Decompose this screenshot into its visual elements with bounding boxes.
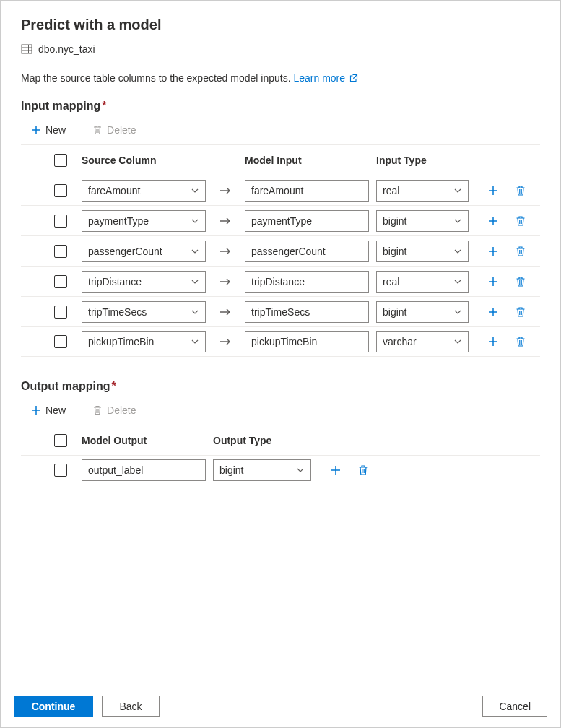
continue-button[interactable]: Continue: [14, 696, 93, 717]
row-add-button[interactable]: [486, 334, 500, 349]
input-table-row: paymentTypepaymentTypebigint: [21, 205, 540, 235]
output-new-button[interactable]: New: [28, 403, 69, 417]
required-indicator: *: [112, 380, 116, 392]
external-link-icon: [349, 74, 358, 82]
input-new-button[interactable]: New: [28, 123, 69, 137]
row-checkbox[interactable]: [54, 184, 67, 197]
input-type-dropdown[interactable]: bigint: [376, 301, 469, 323]
cancel-button[interactable]: Cancel: [482, 696, 547, 717]
trash-icon: [515, 276, 526, 287]
predict-model-panel: Predict with a model dbo.nyc_taxi Map th…: [0, 0, 561, 728]
row-checkbox[interactable]: [54, 335, 67, 348]
model-input-field[interactable]: tripTimeSecs: [245, 301, 369, 323]
chevron-down-icon: [453, 217, 462, 225]
back-button[interactable]: Back: [102, 696, 160, 717]
source-column-dropdown[interactable]: fareAmount: [82, 180, 206, 202]
input-mapping-heading: Input mapping*: [21, 100, 540, 113]
input-type-dropdown[interactable]: varchar: [376, 331, 469, 352]
chevron-down-icon: [191, 217, 199, 225]
model-input-field[interactable]: passengerCount: [245, 240, 369, 262]
row-add-button[interactable]: [486, 305, 500, 319]
input-type-dropdown[interactable]: bigint: [376, 240, 469, 262]
row-add-button[interactable]: [486, 244, 500, 259]
input-type-dropdown[interactable]: bigint: [376, 210, 469, 232]
output-type-value: bigint: [219, 464, 243, 476]
source-table-name: dbo.nyc_taxi: [38, 43, 95, 55]
source-column-dropdown[interactable]: tripTimeSecs: [82, 301, 206, 323]
arrow-right-icon: [219, 216, 232, 226]
row-add-button[interactable]: [329, 463, 343, 477]
model-input-field[interactable]: pickupTimeBin: [245, 331, 369, 352]
description-text: Map the source table columns to the expe…: [21, 72, 291, 84]
plus-icon: [487, 336, 499, 347]
output-new-label: New: [45, 404, 66, 416]
plus-icon: [31, 405, 41, 415]
input-type-dropdown[interactable]: real: [376, 180, 469, 202]
row-checkbox[interactable]: [54, 214, 67, 228]
input-table-header: Source Column Model Input Input Type: [21, 144, 540, 175]
input-header-input-type: Input Type: [376, 155, 469, 166]
output-delete-button[interactable]: Delete: [90, 403, 139, 417]
chevron-down-icon: [191, 277, 199, 286]
row-checkbox[interactable]: [54, 245, 67, 258]
output-type-dropdown[interactable]: bigint: [213, 459, 311, 481]
row-checkbox[interactable]: [54, 464, 67, 477]
output-select-all-checkbox[interactable]: [54, 434, 67, 447]
row-checkbox[interactable]: [54, 275, 67, 288]
input-delete-button[interactable]: Delete: [90, 123, 139, 137]
source-column-value: fareAmount: [88, 185, 140, 196]
trash-icon: [515, 185, 526, 196]
model-input-field[interactable]: tripDistance: [245, 271, 369, 292]
output-table-header: Model Output Output Type: [21, 425, 540, 455]
learn-more-link[interactable]: Learn more: [293, 72, 357, 84]
model-output-field[interactable]: output_label: [82, 459, 206, 481]
plus-icon: [487, 215, 499, 227]
source-column-dropdown[interactable]: paymentType: [82, 210, 206, 232]
model-output-value: output_label: [88, 464, 143, 476]
trash-icon: [515, 306, 526, 318]
output-mapping-toolbar: New Delete: [21, 399, 540, 425]
input-table-row: passengerCountpassengerCountbigint: [21, 235, 540, 266]
svg-rect-0: [22, 45, 32, 53]
learn-more-label: Learn more: [293, 72, 345, 84]
arrow-right-icon: [219, 186, 232, 196]
row-checkbox[interactable]: [54, 306, 67, 318]
trash-icon: [92, 125, 103, 135]
source-column-dropdown[interactable]: pickupTimeBin: [82, 331, 206, 352]
output-table-body: output_labelbigint: [21, 455, 540, 485]
input-type-dropdown[interactable]: real: [376, 271, 469, 292]
input-table-body: fareAmountfareAmountrealpaymentTypepayme…: [21, 175, 540, 357]
model-input-value: tripTimeSecs: [251, 306, 310, 318]
trash-icon: [92, 405, 103, 415]
chevron-down-icon: [453, 247, 462, 256]
row-delete-button[interactable]: [513, 183, 528, 198]
input-mapping-toolbar: New Delete: [21, 118, 540, 144]
input-new-label: New: [45, 124, 66, 136]
row-add-button[interactable]: [486, 274, 500, 289]
row-delete-button[interactable]: [513, 244, 528, 259]
source-column-dropdown[interactable]: passengerCount: [82, 240, 206, 262]
input-delete-label: Delete: [107, 124, 136, 136]
trash-icon: [515, 246, 526, 257]
input-select-all-checkbox[interactable]: [54, 154, 67, 167]
input-type-value: bigint: [383, 246, 406, 257]
input-type-value: bigint: [383, 306, 406, 318]
model-input-field[interactable]: fareAmount: [245, 180, 369, 202]
arrow-right-icon: [219, 277, 232, 287]
row-delete-button[interactable]: [513, 334, 528, 349]
model-input-field[interactable]: paymentType: [245, 210, 369, 232]
arrow-right-icon: [219, 307, 232, 317]
trash-icon: [515, 336, 526, 347]
row-delete-button[interactable]: [513, 305, 528, 319]
plus-icon: [487, 246, 499, 257]
input-type-value: real: [383, 276, 399, 287]
input-table-row: tripDistancetripDistancereal: [21, 266, 540, 296]
row-add-button[interactable]: [486, 214, 500, 228]
source-column-dropdown[interactable]: tripDistance: [82, 271, 206, 292]
row-add-button[interactable]: [486, 183, 500, 198]
trash-icon: [357, 464, 369, 476]
row-delete-button[interactable]: [356, 463, 370, 477]
row-delete-button[interactable]: [513, 214, 528, 228]
row-delete-button[interactable]: [513, 274, 528, 289]
input-type-value: bigint: [383, 215, 406, 227]
